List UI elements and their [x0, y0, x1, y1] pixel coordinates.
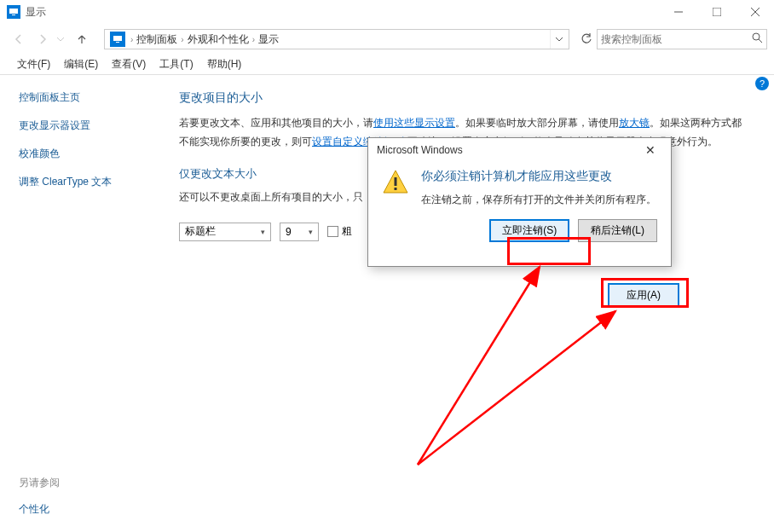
breadcrumb-appearance[interactable]: 外观和个性化 — [186, 32, 251, 47]
menu-tools[interactable]: 工具(T) — [153, 57, 199, 72]
sidebar-see-also: 另请参阅 — [19, 476, 170, 490]
display-icon — [7, 5, 20, 19]
dialog-titlebar: Microsoft Windows ✕ — [368, 138, 671, 162]
close-button[interactable] — [736, 0, 774, 24]
address-dropdown[interactable] — [550, 30, 567, 49]
maximize-button[interactable] — [697, 0, 736, 24]
refresh-button[interactable] — [576, 29, 597, 49]
chevron-right-icon: › — [252, 35, 255, 44]
logoff-now-button[interactable]: 立即注销(S) — [489, 219, 569, 242]
sidebar-link-display-settings[interactable]: 更改显示器设置 — [19, 119, 170, 133]
window-title: 显示 — [26, 5, 659, 20]
select-size[interactable]: 9 ▾ — [280, 223, 319, 241]
warning-icon — [382, 169, 409, 196]
sidebar-link-calibrate[interactable]: 校准颜色 — [19, 147, 170, 161]
breadcrumb-control-panel[interactable]: 控制面板 — [135, 32, 179, 47]
svg-point-8 — [753, 33, 760, 40]
titlebar: 显示 — [0, 0, 774, 24]
svg-rect-1 — [12, 14, 15, 15]
menubar: 文件(F) 编辑(E) 查看(V) 工具(T) 帮助(H) — [0, 55, 774, 75]
checkbox-label: 粗 — [342, 224, 352, 239]
text: 若要更改文本、应用和其他项目的大小，请 — [179, 117, 373, 129]
logoff-later-button[interactable]: 稍后注销(L) — [578, 219, 657, 242]
menu-help[interactable]: 帮助(H) — [200, 57, 249, 72]
dialog-title-text: Microsoft Windows — [377, 144, 463, 156]
menu-edit[interactable]: 编辑(E) — [57, 57, 105, 72]
apply-button[interactable]: 应用(A) — [608, 283, 679, 308]
breadcrumb-display[interactable]: 显示 — [257, 32, 280, 47]
display-icon — [110, 32, 125, 47]
select-item[interactable]: 标题栏 ▾ — [179, 223, 271, 241]
minimize-button[interactable] — [659, 0, 697, 24]
chevron-down-icon: ▾ — [300, 228, 313, 236]
sidebar-home[interactable]: 控制面板主页 — [19, 90, 170, 105]
dialog-close-button[interactable]: ✕ — [638, 141, 662, 159]
search-input[interactable] — [601, 33, 752, 45]
chevron-down-icon: ▾ — [252, 228, 265, 236]
svg-rect-7 — [116, 42, 119, 43]
dialog-text: 在注销之前，保存所有打开的文件并关闭所有程序。 — [421, 193, 656, 207]
back-button[interactable] — [7, 27, 31, 51]
checkbox-icon — [327, 226, 338, 237]
navbar: › 控制面板 › 外观和个性化 › 显示 — [0, 24, 774, 55]
sidebar-link-cleartype[interactable]: 调整 ClearType 文本 — [19, 175, 170, 189]
sidebar-link-personalization[interactable]: 个性化 — [19, 502, 170, 517]
recent-dropdown[interactable] — [55, 27, 66, 51]
svg-line-9 — [759, 39, 762, 43]
chevron-right-icon: › — [130, 35, 133, 44]
address-bar[interactable]: › 控制面板 › 外观和个性化 › 显示 — [104, 29, 569, 49]
select-value: 9 — [286, 226, 292, 238]
text: 。如果要临时放大部分屏幕，请使用 — [455, 117, 619, 129]
menu-view[interactable]: 查看(V) — [105, 57, 153, 72]
menu-file[interactable]: 文件(F) — [10, 57, 57, 72]
svg-rect-3 — [713, 8, 721, 16]
forward-button[interactable] — [31, 27, 55, 51]
search-box[interactable] — [597, 29, 767, 49]
chevron-right-icon: › — [181, 35, 183, 44]
select-value: 标题栏 — [185, 224, 216, 239]
svg-rect-0 — [9, 9, 18, 14]
up-button[interactable] — [70, 27, 94, 51]
sidebar: 控制面板主页 更改显示器设置 校准颜色 调整 ClearType 文本 另请参阅… — [0, 75, 170, 532]
svg-rect-6 — [113, 36, 122, 41]
svg-rect-11 — [395, 188, 397, 190]
svg-rect-10 — [395, 177, 397, 186]
link-magnifier[interactable]: 放大镜 — [619, 117, 650, 129]
dialog-logoff: Microsoft Windows ✕ 你必须注销计算机才能应用这些更改 在注销… — [367, 137, 672, 267]
dialog-heading: 你必须注销计算机才能应用这些更改 — [421, 169, 656, 184]
checkbox-bold[interactable]: 粗 — [327, 224, 352, 239]
search-icon[interactable] — [752, 32, 763, 46]
link-display-settings[interactable]: 使用这些显示设置 — [373, 117, 455, 129]
heading-change-size: 更改项目的大小 — [179, 90, 748, 106]
